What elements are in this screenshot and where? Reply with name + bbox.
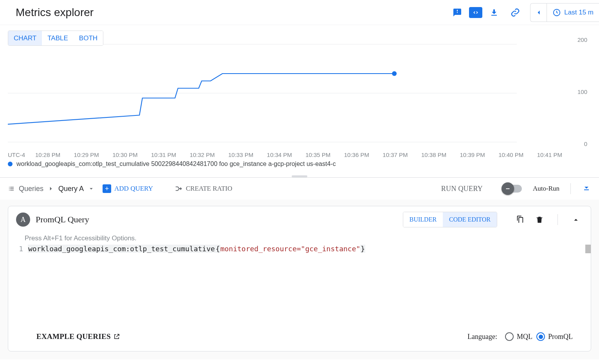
code-attr: monitored_resource	[220, 245, 297, 253]
accessibility-hint: Press Alt+F1 for Accessibility Options.	[8, 233, 591, 245]
add-query-button[interactable]: + ADD QUERY	[100, 184, 155, 193]
code-icon[interactable]	[469, 7, 482, 18]
chevron-right-icon	[47, 185, 54, 192]
create-ratio-button[interactable]: CREATE RATIO	[161, 184, 235, 193]
code-value: "gce_instance"	[301, 245, 361, 253]
y-axis: 200 100 0	[566, 36, 587, 158]
example-queries-link[interactable]: EXAMPLE QUERIES	[36, 332, 120, 341]
tab-both[interactable]: BOTH	[74, 31, 103, 45]
svg-point-4	[392, 71, 397, 76]
pause-icon	[504, 185, 511, 192]
x-tick: 10:33 PM	[228, 151, 253, 158]
y-tick: 200	[577, 36, 587, 43]
query-card-title: PromQL Query	[36, 214, 397, 225]
code-metric: workload_googleapis_com:otlp_test_cumula…	[28, 245, 215, 253]
line-chart[interactable]	[8, 36, 517, 150]
trash-icon	[535, 215, 544, 224]
chart-legend[interactable]: workload_googleapis_com:otlp_test_cumula…	[8, 158, 599, 173]
copy-icon	[516, 215, 524, 224]
example-queries-label: EXAMPLE QUERIES	[36, 332, 111, 341]
svg-rect-6	[584, 189, 589, 190]
run-query-button[interactable]: RUN QUERY	[439, 184, 485, 193]
code-editor-mode-button[interactable]: CODE EDITOR	[443, 212, 497, 227]
x-tick: 10:37 PM	[382, 151, 408, 158]
separator	[570, 183, 571, 194]
x-tick: 10:39 PM	[460, 151, 485, 158]
caret-down-icon	[88, 185, 95, 192]
ratio-icon	[163, 185, 171, 193]
x-tick: 10:34 PM	[267, 151, 292, 158]
language-mql-label: MQL	[517, 333, 532, 341]
legend-label: workload_googleapis_com:otlp_test_cumula…	[16, 160, 336, 168]
chevron-down-icon	[582, 183, 591, 193]
line-number: 1	[19, 245, 23, 253]
timezone-label: UTC-4	[8, 151, 35, 158]
x-tick: 10:31 PM	[151, 151, 176, 158]
collapse-card-button[interactable]	[569, 213, 583, 227]
x-tick: 10:36 PM	[344, 151, 369, 158]
queries-breadcrumb[interactable]: Queries Query A	[8, 185, 95, 193]
x-tick: 10:40 PM	[498, 151, 523, 158]
auto-run-label: Auto-Run	[533, 185, 559, 193]
time-range-label: Last 15 m	[564, 9, 594, 16]
queries-label: Queries	[19, 185, 43, 193]
current-query-label: Query A	[58, 185, 84, 193]
feedback-icon[interactable]	[448, 3, 467, 22]
query-card-header: A PromQL Query BUILDER CODE EDITOR	[8, 206, 591, 233]
plus-icon: +	[103, 184, 111, 193]
x-tick: 10:38 PM	[421, 151, 446, 158]
code-editor[interactable]: 1 workload_googleapis_com:otlp_test_cumu…	[8, 245, 591, 323]
query-mode-toggle: BUILDER CODE EDITOR	[403, 212, 497, 227]
time-range-button[interactable]: Last 15 m	[547, 8, 599, 17]
link-icon[interactable]	[506, 3, 525, 22]
add-query-label: ADD QUERY	[114, 185, 153, 193]
language-mql-radio[interactable]: MQL	[505, 332, 532, 341]
svg-rect-5	[506, 188, 510, 189]
delete-query-button[interactable]	[532, 213, 547, 227]
tab-table[interactable]: TABLE	[42, 31, 74, 45]
language-promql-label: PromQL	[548, 333, 573, 341]
x-tick: 10:29 PM	[74, 151, 99, 158]
y-tick: 0	[584, 141, 587, 147]
x-tick: 10:28 PM	[35, 151, 60, 158]
language-label: Language:	[467, 333, 497, 341]
language-promql-radio[interactable]: PromQL	[536, 332, 573, 341]
gutter: 1	[16, 245, 28, 323]
time-range-prev-button[interactable]	[530, 4, 547, 22]
query-card-footer: EXAMPLE QUERIES Language: MQL PromQL	[8, 323, 591, 351]
x-tick: 10:35 PM	[305, 151, 330, 158]
external-link-icon	[113, 333, 120, 340]
query-card-container: A PromQL Query BUILDER CODE EDITOR Press…	[0, 200, 599, 359]
x-tick: 10:41 PM	[537, 151, 562, 158]
builder-mode-button[interactable]: BUILDER	[403, 212, 443, 227]
query-card: A PromQL Query BUILDER CODE EDITOR Press…	[8, 206, 591, 351]
chart-container: UTC-4 10:28 PM10:29 PM10:30 PM10:31 PM10…	[8, 36, 599, 158]
legend-swatch-icon	[8, 162, 13, 166]
merge-icon	[174, 184, 183, 193]
view-tabs: CHART TABLE BOTH	[8, 31, 103, 46]
page-header: Metrics explorer Last 15 m	[0, 0, 599, 25]
separator	[558, 214, 558, 225]
list-icon	[8, 185, 15, 192]
chevron-up-icon	[572, 215, 580, 224]
clock-icon	[552, 8, 561, 17]
chart-area: CHART TABLE BOTH UTC-4 10:28 PM10:29 PM1…	[0, 25, 599, 173]
x-tick: 10:30 PM	[112, 151, 137, 158]
queries-toolbar: Queries Query A + ADD QUERY CREATE RATIO…	[0, 178, 599, 200]
query-avatar: A	[16, 213, 30, 227]
create-ratio-label: CREATE RATIO	[186, 185, 233, 193]
auto-run-toggle[interactable]	[503, 185, 522, 193]
collapse-all-button[interactable]	[582, 183, 591, 194]
header-actions: Last 15 m	[448, 3, 599, 22]
scrollbar-thumb[interactable]	[585, 245, 591, 253]
copy-query-button[interactable]	[513, 213, 527, 227]
tab-chart[interactable]: CHART	[8, 31, 42, 45]
page-title: Metrics explorer	[16, 6, 94, 19]
y-tick: 100	[577, 88, 587, 95]
time-range-picker: Last 15 m	[530, 3, 599, 22]
x-tick: 10:32 PM	[189, 151, 215, 158]
download-icon[interactable]	[485, 3, 503, 22]
code-line[interactable]: workload_googleapis_com:otlp_test_cumula…	[28, 245, 591, 323]
